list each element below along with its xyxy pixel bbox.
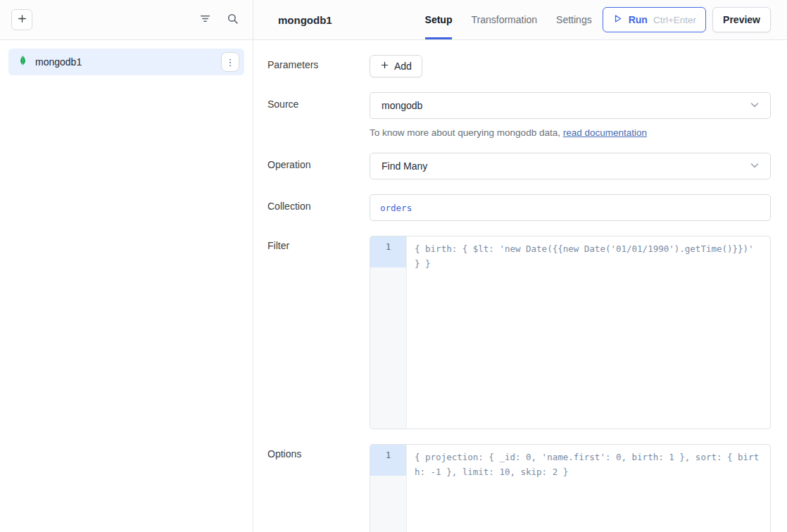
documentation-link[interactable]: read documentation [563,127,647,138]
source-select-value: mongodb [382,100,749,111]
run-button-label: Run [629,14,648,25]
query-editor-main: mongodb1 Setup Transformation Settings R… [253,0,787,532]
line-number: 1 [370,236,406,267]
editor-tabs: Setup Transformation Settings [425,0,592,39]
filter-gutter: 1 [370,236,407,429]
preview-button[interactable]: Preview [712,7,771,32]
parameters-label: Parameters [267,55,370,70]
play-icon [612,13,623,26]
chevron-down-icon [749,160,760,173]
filter-label: Filter [267,236,370,251]
options-label: Options [267,444,370,460]
search-queries-button[interactable] [227,13,239,27]
app: mongodb1 ⋮ mongodb1 Setup Transformation… [0,0,787,532]
query-item-menu-button[interactable]: ⋮ [221,52,239,72]
source-help-text: To know more about querying mongodb data… [370,127,771,138]
search-icon [227,13,239,27]
query-list: mongodb1 ⋮ [0,40,253,532]
operation-select-value: Find Many [382,160,749,172]
options-code-editor[interactable]: 1 { projection: { _id: 0, 'name.first': … [370,444,771,532]
run-shortcut: Ctrl+Enter [653,15,696,25]
query-editor-header: mongodb1 Setup Transformation Settings R… [253,0,787,40]
filter-code-editor[interactable]: 1 { birth: { $lt: 'new Date({{new Date('… [370,236,771,429]
collection-input[interactable] [370,194,771,221]
collection-row: Collection [267,194,771,221]
plus-icon [17,13,27,26]
chevron-down-icon [749,99,760,113]
sidebar-toolbar [0,0,253,40]
operation-select[interactable]: Find Many [370,153,771,179]
options-code[interactable]: { projection: { _id: 0, 'name.first': 0,… [407,445,770,532]
kebab-icon: ⋮ [226,58,235,67]
options-gutter: 1 [370,445,407,532]
source-row: Source mongodb To know more about queryi… [267,92,771,138]
collection-label: Collection [267,194,370,212]
filter-code[interactable]: { birth: { $lt: 'new Date({{new Date('01… [407,236,770,429]
query-sidebar: mongodb1 ⋮ [0,0,253,532]
query-setup-form: Parameters Add Source mongodb [253,40,787,532]
add-query-button[interactable] [11,9,32,30]
operation-row: Operation Find Many [267,153,771,179]
tab-settings[interactable]: Settings [556,0,592,39]
tab-transformation[interactable]: Transformation [471,0,537,39]
query-item-label: mongodb1 [35,56,214,68]
line-number: 1 [370,445,406,476]
tab-setup[interactable]: Setup [425,0,453,39]
add-parameter-button[interactable]: Add [370,55,422,77]
mongodb-icon [18,55,28,69]
sidebar-toolbar-icons [199,13,239,27]
options-row: Options 1 { projection: { _id: 0, 'name.… [267,444,771,532]
query-item-mongodb1[interactable]: mongodb1 ⋮ [8,49,244,75]
run-button[interactable]: Run Ctrl+Enter [603,7,706,32]
filter-queries-button[interactable] [199,13,211,27]
source-help-prefix: To know more about querying mongodb data… [370,127,563,138]
header-buttons: Run Ctrl+Enter Preview [603,7,771,32]
operation-label: Operation [267,153,370,170]
filter-row: Filter 1 { birth: { $lt: 'new Date({{new… [267,236,771,429]
plus-icon [380,61,389,72]
add-parameter-label: Add [394,61,412,72]
parameters-row: Parameters Add [267,55,771,77]
source-select[interactable]: mongodb [370,92,771,119]
filter-icon [199,13,211,27]
source-label: Source [267,92,370,110]
query-title: mongodb1 [278,14,332,26]
